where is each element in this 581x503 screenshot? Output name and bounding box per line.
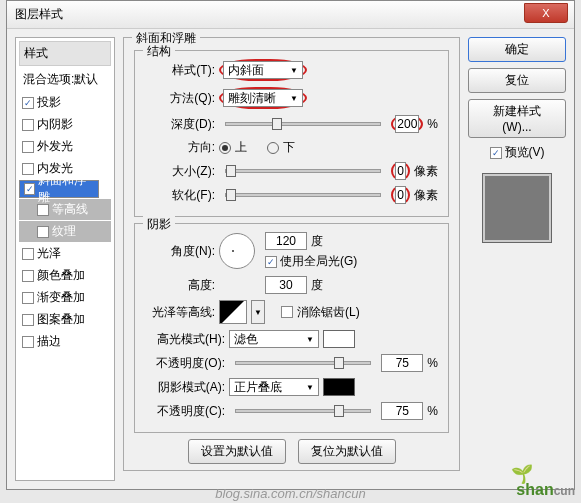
style-item-label: 描边	[37, 333, 61, 350]
highlight-circle: 0	[391, 162, 410, 180]
style-item-label: 光泽	[37, 245, 61, 262]
highlight-opacity-label: 不透明度(O):	[145, 355, 225, 372]
altitude-label: 高度:	[145, 277, 215, 294]
style-item-label: 内阴影	[37, 116, 73, 133]
bevel-fieldset: 斜面和浮雕 结构 样式(T): 内斜面▼ 方法(Q): 雕刻清晰▼	[123, 37, 460, 471]
preview-label: 预览(V)	[505, 144, 545, 161]
pixel-unit: 像素	[414, 163, 438, 180]
direction-up-radio[interactable]	[219, 142, 231, 154]
style-select[interactable]: 内斜面▼	[223, 61, 303, 79]
technique-select[interactable]: 雕刻清晰▼	[223, 89, 303, 107]
style-item-投影[interactable]: 投影	[19, 92, 111, 113]
style-item-label: 渐变叠加	[37, 289, 85, 306]
style-checkbox[interactable]	[22, 119, 34, 131]
percent-unit: %	[427, 356, 438, 370]
style-item-label: 外发光	[37, 138, 73, 155]
angle-label: 角度(N):	[145, 243, 215, 260]
depth-label: 深度(D):	[145, 116, 215, 133]
direction-label: 方向:	[145, 139, 215, 156]
cancel-button[interactable]: 复位	[468, 68, 566, 93]
depth-input[interactable]: 200	[395, 115, 419, 133]
shading-legend: 阴影	[143, 216, 175, 233]
style-item-label: 等高线	[52, 201, 88, 218]
highlight-opacity-input[interactable]: 75	[381, 354, 423, 372]
styles-header: 样式	[19, 41, 111, 66]
soften-input[interactable]: 0	[395, 186, 406, 204]
antialias-label: 消除锯齿(L)	[297, 304, 360, 321]
structure-legend: 结构	[143, 43, 175, 60]
global-light-label: 使用全局光(G)	[280, 253, 357, 270]
style-checkbox[interactable]	[22, 270, 34, 282]
direction-down-radio[interactable]	[267, 142, 279, 154]
blend-options[interactable]: 混合选项:默认	[19, 68, 111, 91]
angle-dial[interactable]	[219, 233, 255, 269]
style-checkbox[interactable]	[22, 248, 34, 260]
technique-label: 方法(Q):	[145, 90, 215, 107]
style-item-内阴影[interactable]: 内阴影	[19, 114, 111, 135]
style-checkbox[interactable]	[24, 183, 35, 195]
style-checkbox[interactable]	[37, 226, 49, 238]
style-item-等高线[interactable]: 等高线	[19, 199, 111, 220]
shadow-color-swatch[interactable]	[323, 378, 355, 396]
style-item-光泽[interactable]: 光泽	[19, 243, 111, 264]
style-item-图案叠加[interactable]: 图案叠加	[19, 309, 111, 330]
percent-unit: %	[427, 117, 438, 131]
size-input[interactable]: 0	[395, 162, 406, 180]
styles-list: 样式 混合选项:默认 投影内阴影外发光内发光斜面和浮雕等高线纹理光泽颜色叠加渐变…	[15, 37, 115, 481]
depth-slider[interactable]	[225, 122, 381, 126]
style-item-描边[interactable]: 描边	[19, 331, 111, 352]
style-checkbox[interactable]	[22, 97, 34, 109]
style-item-颜色叠加[interactable]: 颜色叠加	[19, 265, 111, 286]
close-button[interactable]: X	[524, 3, 568, 23]
structure-fieldset: 结构 样式(T): 内斜面▼ 方法(Q): 雕刻清晰▼ 深	[134, 50, 449, 217]
watermark-text: blog.sina.com.cn/shancun	[0, 486, 581, 501]
shadow-opacity-input[interactable]: 75	[381, 402, 423, 420]
degree-unit: 度	[311, 233, 323, 250]
shadow-mode-select[interactable]: 正片叠底▼	[229, 378, 319, 396]
style-item-斜面和浮雕[interactable]: 斜面和浮雕	[19, 180, 99, 198]
chevron-down-icon: ▼	[290, 94, 298, 103]
style-checkbox[interactable]	[22, 314, 34, 326]
highlight-opacity-slider[interactable]	[235, 361, 371, 365]
new-style-button[interactable]: 新建样式(W)...	[468, 99, 566, 138]
altitude-input[interactable]: 30	[265, 276, 307, 294]
settings-panel: 斜面和浮雕 结构 样式(T): 内斜面▼ 方法(Q): 雕刻清晰▼	[123, 37, 460, 481]
shadow-opacity-slider[interactable]	[235, 409, 371, 413]
gloss-contour-dropdown[interactable]: ▼	[251, 300, 265, 324]
style-checkbox[interactable]	[37, 204, 49, 216]
layer-style-dialog: 图层样式 X 样式 混合选项:默认 投影内阴影外发光内发光斜面和浮雕等高线纹理光…	[6, 0, 575, 490]
style-item-渐变叠加[interactable]: 渐变叠加	[19, 287, 111, 308]
preview-swatch	[482, 173, 552, 243]
style-item-纹理[interactable]: 纹理	[19, 221, 111, 242]
percent-unit: %	[427, 404, 438, 418]
style-label: 样式(T):	[145, 62, 215, 79]
chevron-down-icon: ▼	[306, 335, 314, 344]
highlight-color-swatch[interactable]	[323, 330, 355, 348]
style-item-外发光[interactable]: 外发光	[19, 136, 111, 157]
shadow-mode-label: 阴影模式(A):	[145, 379, 225, 396]
size-slider[interactable]	[225, 169, 381, 173]
preview-checkbox[interactable]	[490, 147, 502, 159]
angle-input[interactable]: 120	[265, 232, 307, 250]
make-default-button[interactable]: 设置为默认值	[188, 439, 286, 464]
titlebar: 图层样式 X	[7, 1, 574, 29]
style-checkbox[interactable]	[22, 141, 34, 153]
soften-slider[interactable]	[225, 193, 381, 197]
gloss-contour-picker[interactable]	[219, 300, 247, 324]
style-checkbox[interactable]	[22, 292, 34, 304]
dialog-buttons: 确定 复位 新建样式(W)... 预览(V)	[468, 37, 566, 481]
highlight-circle: 200	[391, 115, 423, 133]
shadow-opacity-label: 不透明度(C):	[145, 403, 225, 420]
global-light-checkbox[interactable]	[265, 256, 277, 268]
style-item-label: 颜色叠加	[37, 267, 85, 284]
shading-fieldset: 阴影 角度(N): 120 度 使用全局光(G)	[134, 223, 449, 433]
highlight-circle: 0	[391, 186, 410, 204]
style-checkbox[interactable]	[22, 336, 34, 348]
style-checkbox[interactable]	[22, 163, 34, 175]
ok-button[interactable]: 确定	[468, 37, 566, 62]
highlight-mode-select[interactable]: 滤色▼	[229, 330, 319, 348]
highlight-mode-label: 高光模式(H):	[145, 331, 225, 348]
soften-label: 软化(F):	[145, 187, 215, 204]
reset-default-button[interactable]: 复位为默认值	[298, 439, 396, 464]
antialias-checkbox[interactable]	[281, 306, 293, 318]
